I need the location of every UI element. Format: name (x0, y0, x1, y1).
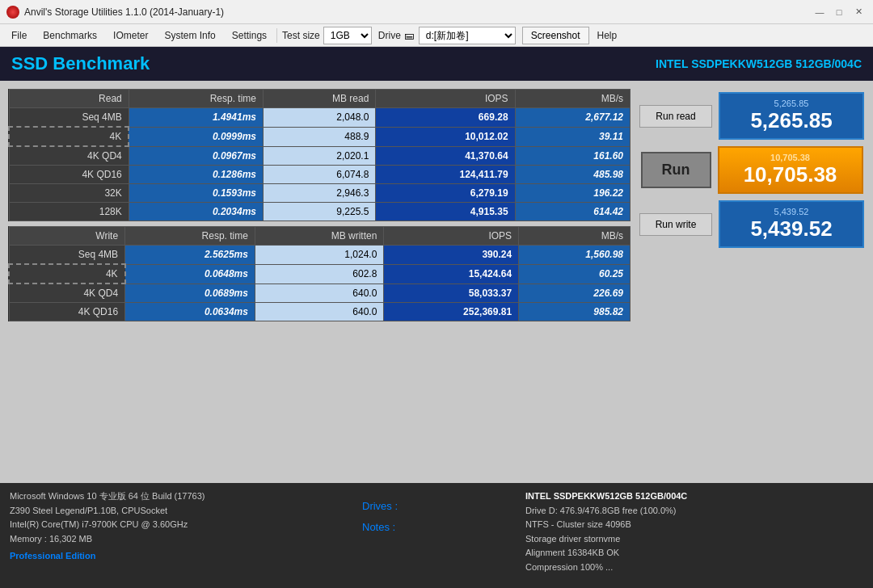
menu-help[interactable]: Help (589, 27, 626, 44)
footer-drives-notes: Drives : Notes : (356, 489, 517, 582)
minimize-button[interactable]: — (812, 4, 828, 20)
write-row-mb: 640.0 (255, 284, 383, 303)
write-row-mb: 602.8 (255, 264, 383, 284)
read-row-mb: 2,020.1 (263, 146, 375, 166)
run-write-button[interactable]: Run write (639, 213, 712, 236)
iops-col-header: IOPS (376, 90, 515, 108)
write-row-label: 4K (9, 264, 125, 284)
write-row-resp: 2.5625ms (125, 246, 255, 265)
header-band: SSD Benchmark INTEL SSDPEKKW512GB 512GB/… (0, 47, 873, 81)
footer-storage-driver: Storage driver stornvme (525, 532, 863, 547)
write-table-row: 4K0.0648ms602.815,424.6460.25 (9, 264, 630, 284)
read-table-row: 128K0.2034ms9,225.54,915.35614.42 (9, 203, 630, 221)
read-row-mb: 2,946.3 (263, 184, 375, 203)
sys-info-text: Microsoft Windows 10 专业版 64 位 Build (177… (10, 489, 348, 546)
write-score-box: 5,439.52 5,439.52 (719, 200, 864, 248)
write-score-small: 5,439.52 (733, 207, 850, 216)
write-table-row: Seq 4MB2.5625ms1,024.0390.241,560.98 (9, 246, 630, 265)
write-row-resp: 0.0689ms (125, 284, 255, 303)
read-row-resp: 0.2034ms (129, 203, 263, 221)
mbwritten-col-header: MB written (255, 227, 383, 246)
write-score-large: 5,439.52 (733, 216, 850, 242)
run-read-button[interactable]: Run read (639, 105, 712, 128)
read-row-mbs: 2,677.12 (515, 108, 630, 128)
test-size-group: Test size 1GB (282, 27, 372, 44)
window-title: Anvil's Storage Utilities 1.1.0 (2014-Ja… (24, 6, 812, 18)
write-row-mb: 1,024.0 (255, 246, 383, 265)
write-row-label: 4K QD4 (9, 284, 125, 303)
window-controls: — □ ✕ (812, 4, 867, 20)
write-row-mbs: 60.25 (519, 264, 630, 284)
read-table-row: 4K QD160.1286ms6,074.8124,411.79485.98 (9, 166, 630, 184)
read-row-iops: 6,279.19 (376, 184, 515, 203)
write-row-iops: 252,369.81 (384, 303, 519, 321)
write-row-mbs: 1,560.98 (519, 246, 630, 265)
test-size-select[interactable]: 1GB (323, 27, 372, 44)
resptime-col-header: Resp. time (129, 90, 263, 108)
write-row-iops: 58,033.37 (384, 284, 519, 303)
maximize-button[interactable]: □ (831, 4, 847, 20)
ssd-benchmark-title: SSD Benchmark (11, 53, 150, 74)
close-button[interactable]: ✕ (850, 4, 867, 20)
pro-edition-label: Professional Edition (10, 549, 348, 564)
read-score-small: 5,265.85 (733, 99, 850, 108)
total-score-large: 10,705.38 (732, 162, 849, 187)
read-row-iops: 10,012.02 (376, 127, 515, 146)
read-col-header: Read (9, 90, 129, 108)
read-row-label: 4K (9, 127, 129, 146)
notes-label: Notes : (362, 517, 511, 538)
read-row-resp: 0.1593ms (129, 184, 263, 203)
write-table: Write Resp. time MB written IOPS MB/s Se… (8, 226, 630, 321)
drive-info: INTEL SSDPEKKW512GB 512GB/004C (656, 57, 862, 70)
screenshot-button[interactable]: Screenshot (522, 27, 589, 44)
footer-drive-name: INTEL SSDPEKKW512GB 512GB/004C (525, 489, 863, 504)
read-row-mbs: 161.60 (515, 146, 630, 166)
write-table-row: 4K QD40.0689ms640.058,033.37226.69 (9, 284, 630, 303)
menu-bar: File Benchmarks IOmeter System Info Sett… (0, 24, 873, 47)
footer: Microsoft Windows 10 专业版 64 位 Build (177… (0, 483, 873, 588)
benchmark-area: Read Resp. time MB read IOPS MB/s Seq 4M… (0, 81, 873, 483)
drive-select[interactable]: d:[新加卷] (419, 27, 516, 44)
menu-iometer[interactable]: IOmeter (105, 27, 156, 44)
read-row-mbs: 485.98 (515, 166, 630, 184)
read-row-resp: 0.0967ms (129, 146, 263, 166)
menu-sysinfo[interactable]: System Info (156, 27, 223, 44)
run-button[interactable]: Run (641, 152, 711, 188)
write-row-mbs: 226.69 (519, 284, 630, 303)
title-bar: Anvil's Storage Utilities 1.1.0 (2014-Ja… (0, 0, 873, 24)
drives-label: Drives : (362, 496, 511, 517)
read-row-iops: 4,915.35 (376, 203, 515, 221)
read-row-mb: 6,074.8 (263, 166, 375, 184)
read-table-row: Seq 4MB1.4941ms2,048.0669.282,677.12 (9, 108, 630, 128)
drive-group: Drive 🖴 d:[新加卷] (378, 27, 516, 44)
tables-column: Read Resp. time MB read IOPS MB/s Seq 4M… (8, 89, 630, 475)
footer-compression: Compression 100% ... (525, 561, 863, 575)
write-row-mb: 640.0 (255, 303, 383, 321)
read-row-mb: 2,048.0 (263, 108, 375, 128)
write-table-row: 4K QD160.0634ms640.0252,369.81985.82 (9, 303, 630, 321)
footer-drive-d: Drive D: 476.9/476.8GB free (100.0%) (525, 504, 863, 519)
read-row-mb: 9,225.5 (263, 203, 375, 221)
write-iops-col-header: IOPS (384, 227, 519, 246)
mbs-col-header: MB/s (515, 90, 630, 108)
write-resptime-col-header: Resp. time (125, 227, 255, 246)
read-row-resp: 1.4941ms (129, 108, 263, 128)
drive-icon: 🖴 (404, 30, 414, 41)
footer-drive-details: INTEL SSDPEKKW512GB 512GB/004C Drive D: … (525, 489, 863, 582)
menu-benchmarks[interactable]: Benchmarks (35, 27, 105, 44)
test-size-label: Test size (282, 30, 320, 41)
read-table-row: 32K0.1593ms2,946.36,279.19196.22 (9, 184, 630, 203)
read-score-box: 5,265.85 5,265.85 (719, 92, 864, 140)
write-col-header: Write (9, 227, 125, 246)
read-row-mbs: 39.11 (515, 127, 630, 146)
read-row-mbs: 196.22 (515, 184, 630, 203)
run-write-row: Run write 5,439.52 5,439.52 (639, 200, 865, 248)
total-score-box: 10,705.38 10,705.38 (718, 146, 863, 194)
menu-file[interactable]: File (3, 27, 35, 44)
menu-settings[interactable]: Settings (224, 27, 275, 44)
footer-ntfs: NTFS - Cluster size 4096B (525, 518, 863, 532)
right-panel: Run read 5,265.85 5,265.85 Run 10,705.38… (639, 89, 865, 475)
write-row-label: Seq 4MB (9, 246, 125, 265)
read-row-mbs: 614.42 (515, 203, 630, 221)
read-row-resp: 0.0999ms (129, 127, 263, 146)
